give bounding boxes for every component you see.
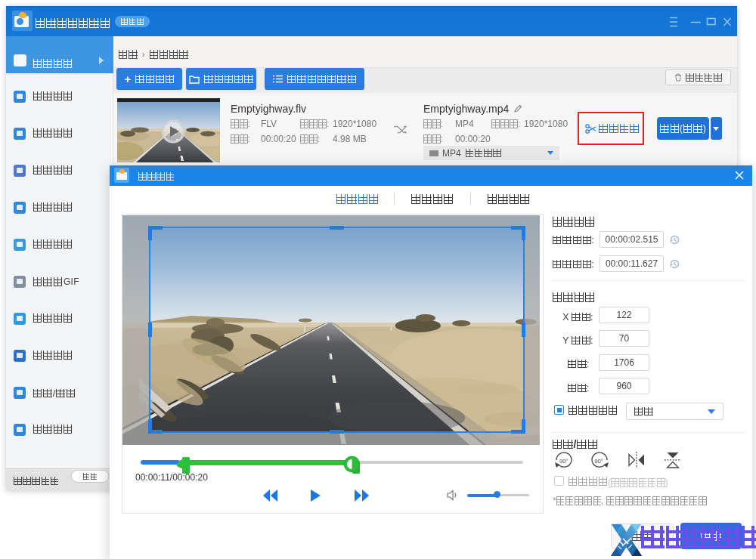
- svg-text:90°: 90°: [559, 458, 568, 465]
- svg-text:90°: 90°: [595, 458, 603, 465]
